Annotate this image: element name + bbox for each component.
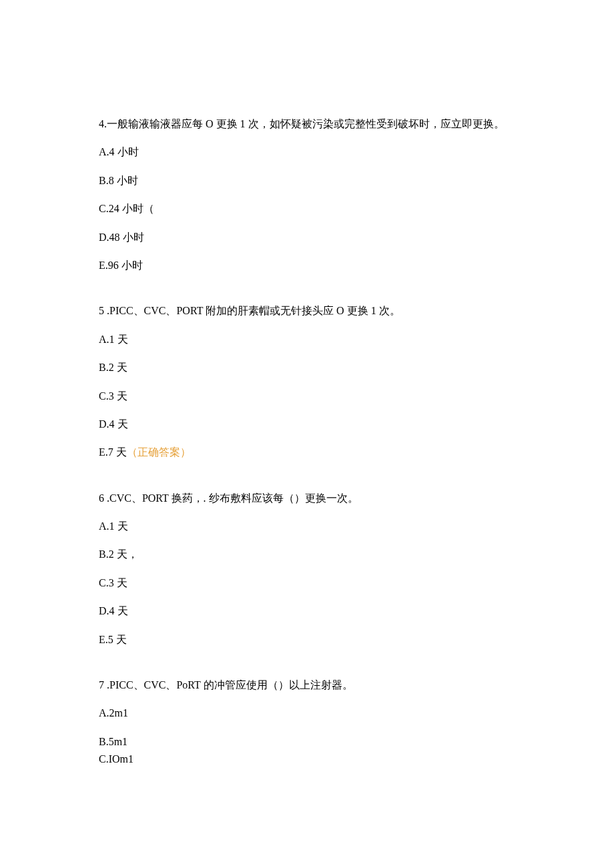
answer-option-text: B.2 天，	[99, 548, 138, 560]
answer-option-text: E.5 天	[99, 634, 127, 645]
document-page: 4.一般输液输液器应每 O 更换 1 次，如怀疑被污染或完整性受到破坏时，应立即…	[0, 0, 614, 861]
answer-option: C.24 小时（	[99, 201, 521, 216]
answer-option-text: D.4 天	[99, 605, 128, 616]
question-stem: 6 .CVC、PORT 换药，. 纱布敷料应该每（）更换一次。	[99, 491, 521, 506]
question-separator	[99, 661, 521, 678]
answer-option-text: C.3 天	[99, 390, 127, 402]
answer-option: B.8 小时	[99, 173, 521, 188]
answer-option: B.5m1	[99, 735, 521, 749]
answer-option: E.5 天	[99, 632, 521, 647]
answer-option-text: A.1 天	[99, 334, 128, 345]
question-stem: 5 .PICC、CVC、PORT 附加的肝素帽或无针接头应 O 更换 1 次。	[99, 304, 521, 318]
answer-option: B.2 天，	[99, 547, 521, 562]
answer-option: E.96 小时	[99, 258, 521, 273]
answer-option-text: B.8 小时	[99, 175, 138, 186]
answer-option: C.3 天	[99, 389, 521, 404]
answer-option-text: A.1 天	[99, 520, 128, 532]
answer-option-text: C.IOm1	[99, 753, 133, 765]
answer-option: C.3 天	[99, 576, 521, 590]
answer-option: A.1 天	[99, 519, 521, 534]
answer-option: A.1 天	[99, 332, 521, 347]
question-stem: 7 .PICC、CVC、PoRT 的冲管应使用（）以上注射器。	[99, 678, 521, 693]
answer-option-text: E.96 小时	[99, 260, 143, 271]
correct-answer-marker: （正确答案）	[127, 446, 191, 458]
answer-option-text: A.2m1	[99, 707, 128, 719]
question-separator	[99, 286, 521, 304]
answer-option-text: D.4 天	[99, 418, 128, 430]
answer-option: A.2m1	[99, 706, 521, 721]
answer-option: D.4 天	[99, 417, 521, 432]
answer-option-text: C.3 天	[99, 577, 127, 588]
answer-option-text: D.48 小时	[99, 232, 144, 243]
answer-option: E.7 天（正确答案）	[99, 445, 521, 460]
answer-option: A.4 小时	[99, 145, 521, 159]
answer-option-text: B.2 天	[99, 362, 127, 373]
answer-option: B.2 天	[99, 360, 521, 375]
answer-option-text: C.24 小时（	[99, 203, 154, 214]
answer-option: D.4 天	[99, 604, 521, 618]
answer-option-text: E.7 天	[99, 446, 127, 458]
answer-option-text: B.5m1	[99, 736, 127, 747]
answer-option-text: A.4 小时	[99, 146, 139, 157]
question-stem: 4.一般输液输液器应每 O 更换 1 次，如怀疑被污染或完整性受到破坏时，应立即…	[99, 117, 521, 131]
answer-option: C.IOm1	[99, 752, 521, 767]
question-separator	[99, 474, 521, 491]
answer-option: D.48 小时	[99, 230, 521, 245]
